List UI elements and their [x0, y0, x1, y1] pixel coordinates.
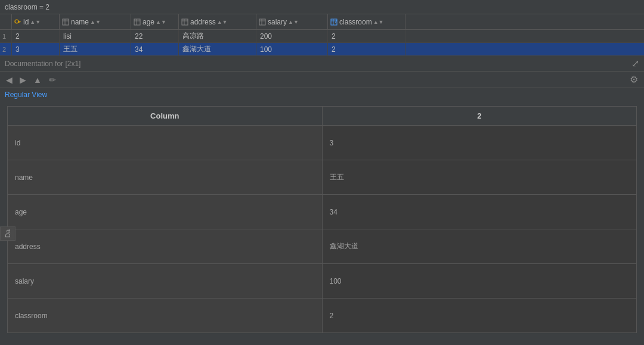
doc-title-bar: Documentation for [2x1] ⤢	[0, 56, 644, 72]
grid-header-id[interactable]: id ▲▼	[12, 14, 60, 29]
doc-title: Documentation for [2x1]	[5, 60, 80, 68]
table-icon-address	[181, 18, 188, 26]
grid-header-salary[interactable]: salary ▲▼	[256, 14, 328, 29]
doc-cell-column: address	[8, 229, 323, 264]
sort-icon-id: ▲▼	[30, 19, 41, 25]
settings-gear-button[interactable]: ⚙	[627, 73, 640, 86]
doc-cell-column: classroom	[8, 299, 323, 333]
row-num-2: 2	[0, 43, 12, 55]
cell-row2-classroom: 2	[328, 43, 405, 55]
forward-button[interactable]: ▶	[17, 74, 29, 86]
sort-icon-name: ▲▼	[90, 19, 101, 25]
svg-rect-13	[259, 19, 265, 25]
table-row[interactable]: 2 3 王五 34 鑫湖大道 100 2	[0, 43, 644, 56]
grid-header-classroom[interactable]: classroom ▲▼	[328, 14, 405, 29]
doc-toolbar: ◀ ▶ ▲ ✏ ⚙	[0, 72, 644, 88]
table-icon-name	[62, 18, 69, 26]
table-icon-salary	[259, 18, 266, 26]
regular-view-link[interactable]: Regular View	[0, 88, 644, 101]
cell-row1-classroom: 2	[328, 30, 405, 42]
doc-table-container: Column 2 id3name王五age34address鑫湖大道salary…	[0, 101, 644, 345]
cell-row1-name: lisi	[60, 30, 131, 42]
doc-table-row: name王五	[8, 160, 637, 195]
grid-col-id-label: id	[23, 18, 29, 26]
cell-row2-name: 王五	[60, 43, 131, 55]
grid-header-row: id ▲▼ name ▲▼ age	[0, 14, 644, 30]
row-num-header	[0, 14, 12, 29]
sort-icon-age: ▲▼	[156, 19, 166, 25]
cell-row2-salary: 100	[256, 43, 328, 55]
cell-row1-salary: 200	[256, 30, 328, 42]
cell-row2-address: 鑫湖大道	[179, 43, 256, 55]
svg-rect-10	[182, 19, 188, 25]
doc-table-row: id3	[8, 126, 637, 160]
table-icon-age	[134, 18, 141, 26]
svg-point-0	[15, 20, 18, 23]
doc-cell-column: name	[8, 160, 323, 195]
doc-table-row: age34	[8, 195, 637, 229]
cell-row1-address: 高凉路	[179, 30, 256, 42]
doc-cell-column: age	[8, 195, 323, 229]
grid-col-age-label: age	[143, 18, 154, 26]
table-row[interactable]: 1 2 lisi 22 高凉路 200 2	[0, 30, 644, 43]
grid-header-address[interactable]: address ▲▼	[179, 14, 256, 29]
back-button[interactable]: ◀	[4, 74, 15, 86]
doc-cell-value: 3	[322, 126, 637, 160]
svg-rect-7	[134, 19, 140, 25]
doc-cell-column: id	[8, 126, 323, 160]
doc-cell-value: 2	[322, 299, 637, 333]
side-tab[interactable]: Da	[0, 226, 16, 241]
svg-rect-2	[20, 21, 20, 23]
filter-expression-bar: classroom = 2	[0, 0, 644, 14]
key-icon	[14, 18, 21, 26]
sort-icon-address: ▲▼	[217, 19, 228, 25]
svg-rect-3	[18, 21, 19, 23]
doc-cell-value: 100	[322, 264, 637, 299]
grid-header-name[interactable]: name ▲▼	[60, 14, 131, 29]
grid-col-address-label: address	[190, 18, 216, 26]
row-num-1: 1	[0, 30, 12, 42]
svg-rect-16	[331, 19, 337, 25]
doc-table-row: address鑫湖大道	[8, 229, 637, 264]
doc-table-row: classroom2	[8, 299, 637, 333]
filter-table-icon-classroom	[330, 18, 338, 26]
svg-rect-1	[18, 21, 21, 21]
documentation-panel: Documentation for [2x1] ⤢ ◀ ▶ ▲ ✏ ⚙ Regu…	[0, 56, 644, 345]
doc-cell-value: 34	[322, 195, 637, 229]
grid-col-classroom-label: classroom	[339, 18, 372, 26]
doc-col-header-column: Column	[8, 107, 323, 126]
grid-col-name-label: name	[71, 18, 89, 26]
sort-icon-salary: ▲▼	[288, 19, 299, 25]
doc-table-header: Column 2	[8, 107, 637, 126]
expand-button[interactable]: ⤢	[631, 58, 639, 69]
cell-row2-age: 34	[131, 43, 179, 55]
cell-row1-age: 22	[131, 30, 179, 42]
doc-cell-value: 鑫湖大道	[322, 229, 637, 264]
doc-col-header-value: 2	[322, 107, 637, 126]
cell-row2-id: 3	[12, 43, 60, 55]
data-grid: id ▲▼ name ▲▼ age	[0, 14, 644, 56]
sort-icon-classroom: ▲▼	[373, 19, 384, 25]
grid-col-salary-label: salary	[268, 18, 287, 26]
doc-cell-column: salary	[8, 264, 323, 299]
up-button[interactable]: ▲	[31, 74, 44, 86]
doc-table-row: salary100	[8, 264, 637, 299]
cell-row1-id: 2	[12, 30, 60, 42]
doc-table: Column 2 id3name王五age34address鑫湖大道salary…	[7, 106, 637, 333]
svg-rect-4	[63, 19, 69, 25]
doc-cell-value: 王五	[322, 160, 637, 195]
edit-button[interactable]: ✏	[47, 74, 58, 86]
grid-header-age[interactable]: age ▲▼	[131, 14, 179, 29]
filter-expression-text: classroom = 2	[5, 3, 49, 11]
